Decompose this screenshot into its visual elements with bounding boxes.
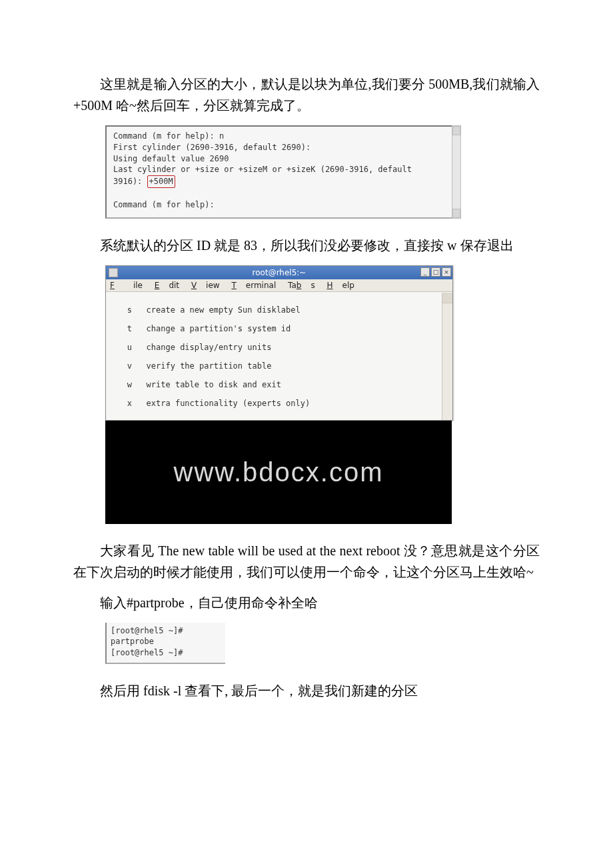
paragraph-partprobe: 输入#partprobe，自己使用命令补全哈 xyxy=(73,592,540,613)
watermark-text: www.bdocx.com xyxy=(174,457,384,487)
scroll-up-icon[interactable] xyxy=(452,126,460,135)
terminal-line: [root@rhel5 ~]# partprobe xyxy=(111,626,183,647)
close-button[interactable]: × xyxy=(442,267,451,277)
watermark-overlay: www.bdocx.com xyxy=(105,421,452,524)
window-titlebar[interactable]: root@rhel5:~ _ □ × xyxy=(106,266,452,279)
maximize-button[interactable]: □ xyxy=(431,267,440,277)
scroll-down-icon[interactable] xyxy=(452,209,460,218)
terminal-line: u change display/entry units xyxy=(113,343,440,352)
terminal-icon xyxy=(109,268,118,277)
menu-bar: File Edit View Terminal Tabs Help xyxy=(106,279,452,292)
terminal-line: First cylinder (2690-3916, default 2690)… xyxy=(113,143,310,152)
terminal-line: w write table to disk and exit xyxy=(113,380,440,389)
menu-file[interactable]: File xyxy=(110,281,143,290)
menu-help[interactable]: Help xyxy=(326,281,354,290)
window-title: root@rhel5:~ xyxy=(253,268,306,277)
terminal-body[interactable]: s create a new empty Sun disklabel t cha… xyxy=(106,292,452,420)
scrollbar[interactable] xyxy=(442,293,452,420)
terminal-line: [root@rhel5 ~]# xyxy=(111,648,183,657)
terminal-line: Using default value 2690 xyxy=(113,154,229,163)
scroll-up-icon[interactable] xyxy=(442,293,452,303)
paragraph-write: 系统默认的分区 ID 就是 83，所以我们没必要修改，直接按 w 保存退出 xyxy=(73,235,540,256)
paragraph-intro: 这里就是输入分区的大小，默认是以块为单位,我们要分 500MB,我们就输入+50… xyxy=(73,73,540,116)
terminal-line: t change a partition's system id xyxy=(113,324,440,333)
terminal-line: Command (m for help): xyxy=(113,200,215,209)
paragraph-reboot: 大家看见 The new table will be used at the n… xyxy=(73,540,540,583)
minimize-button[interactable]: _ xyxy=(420,267,430,277)
menu-tabs[interactable]: Tabs xyxy=(288,281,315,290)
menu-terminal[interactable]: Terminal xyxy=(231,281,276,290)
terminal-snippet-size-input: Command (m for help): n First cylinder (… xyxy=(105,125,452,219)
document-page: 这里就是输入分区的大小，默认是以块为单位,我们要分 500MB,我们就输入+50… xyxy=(0,0,613,751)
scrollbar[interactable] xyxy=(452,125,461,219)
terminal-window: root@rhel5:~ _ □ × File Edit View Termin… xyxy=(105,265,453,421)
terminal-snippet-partprobe: [root@rhel5 ~]# partprobe [root@rhel5 ~]… xyxy=(105,623,225,664)
menu-view[interactable]: View xyxy=(191,281,220,290)
size-highlight: +500M xyxy=(147,175,175,188)
terminal-line: Command (m for help): n xyxy=(113,131,224,141)
terminal-line: Last cylinder or +size or +sizeM or +siz… xyxy=(113,165,412,186)
paragraph-fdisk: 然后用 fdisk -l 查看下, 最后一个，就是我们新建的分区 xyxy=(73,680,540,701)
terminal-line: v verify the partition table xyxy=(113,361,440,371)
terminal-line: s create a new empty Sun disklabel xyxy=(113,305,440,315)
menu-edit[interactable]: Edit xyxy=(155,281,179,290)
terminal-line: x extra functionality (experts only) xyxy=(113,399,440,408)
